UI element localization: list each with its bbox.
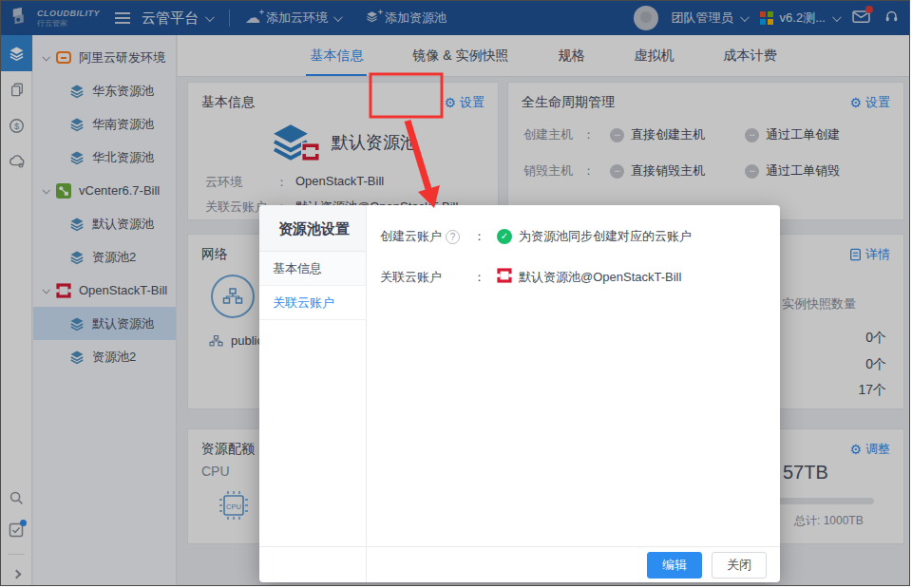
help-icon[interactable]: ? — [446, 230, 460, 244]
modal-title: 资源池设置 — [259, 205, 366, 252]
app-window: CLOUDBILITY 行云管家 云管平台 ☁+ 添加云环境 + 添加资源池 团… — [0, 0, 910, 586]
colon: ： — [473, 269, 485, 286]
modal-content: 创建云账户 ? ： ✓ 为资源池同步创建对应的云账户 关联云账户 ： 默认资源池… — [367, 205, 780, 546]
edit-button[interactable]: 编辑 — [647, 552, 702, 579]
linked-account-value: 默认资源池@OpenStackT-Bill — [519, 269, 681, 286]
modal-menu-linked-account[interactable]: 关联云账户 — [259, 286, 366, 320]
openstack-icon — [497, 268, 512, 286]
pool-settings-modal: 资源池设置 基本信息 关联云账户 创建云账户 ? ： ✓ 为资源池同步创建对应的… — [259, 205, 780, 582]
modal-sidebar: 资源池设置 基本信息 关联云账户 — [259, 205, 367, 582]
create-account-value: 为资源池同步创建对应的云账户 — [519, 228, 692, 245]
create-account-label: 创建云账户 — [380, 228, 442, 245]
create-account-row: 创建云账户 ? ： ✓ 为资源池同步创建对应的云账户 — [380, 228, 780, 245]
menu-item-label: 基本信息 — [273, 261, 322, 275]
modal-footer: 编辑 关闭 — [259, 546, 780, 582]
linked-account-row: 关联云账户 ： 默认资源池@OpenStackT-Bill — [380, 268, 780, 286]
colon: ： — [473, 228, 485, 245]
check-circle-icon: ✓ — [497, 229, 512, 244]
menu-item-label: 关联云账户 — [273, 295, 334, 310]
linked-account-label: 关联云账户 — [380, 269, 442, 286]
modal-menu-basic-info[interactable]: 基本信息 — [259, 252, 366, 286]
close-button[interactable]: 关闭 — [712, 552, 767, 579]
